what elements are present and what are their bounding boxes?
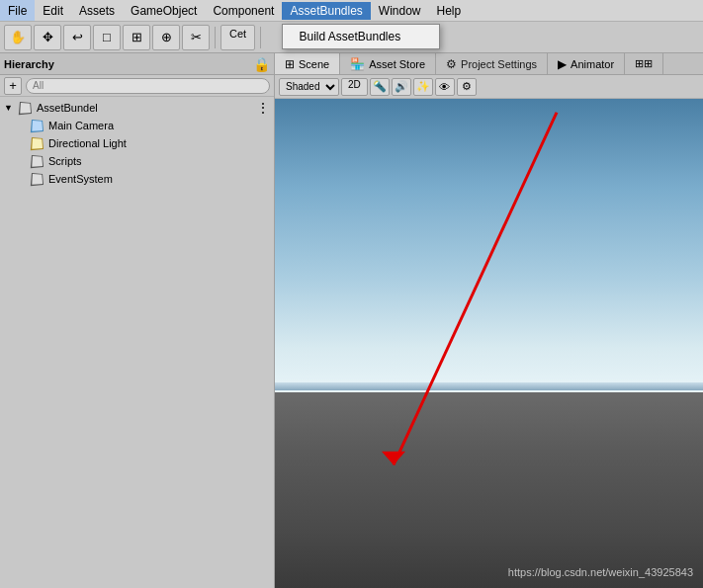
scene-toolbar: Shaded 2D 🔦 🔊 ✨ 👁 ⚙ xyxy=(275,75,703,99)
tree-item-directionallight[interactable]: Directional Light xyxy=(0,134,274,152)
toolbar-scale[interactable]: □ xyxy=(93,25,121,50)
cube-icon-camera xyxy=(30,119,45,132)
gizmos-icon[interactable]: ⚙ xyxy=(457,78,477,96)
tab-project-settings-icon: ⚙ xyxy=(446,57,457,71)
cube-icon-light xyxy=(30,136,45,150)
lighting-icon[interactable]: 🔦 xyxy=(370,78,390,96)
toolbar-center[interactable]: Cet xyxy=(220,25,255,50)
toolbar-move[interactable]: ✥ xyxy=(34,25,61,50)
tree-item-eventsystem-label: EventSystem xyxy=(48,173,113,185)
hierarchy-search[interactable] xyxy=(26,78,270,94)
menu-file[interactable]: File xyxy=(0,0,35,21)
tab-project-settings-label: Project Settings xyxy=(461,58,537,70)
assetbundles-dropdown: Build AssetBundles xyxy=(282,24,440,49)
menu-assets[interactable]: Assets xyxy=(71,0,123,21)
tab-animator-label: Animator xyxy=(571,58,614,70)
toolbar-hand[interactable]: ✋ xyxy=(4,25,32,50)
tab-scene-label: Scene xyxy=(299,58,329,70)
menu-assetbundles[interactable]: AssetBundles xyxy=(282,2,370,20)
hierarchy-tab: Hierarchy 🔒 xyxy=(0,53,274,75)
tree-item-root[interactable]: ▼ AssetBundel ⋮ xyxy=(0,99,274,117)
toolbar-sep-2 xyxy=(260,27,261,48)
tab-asset-store-icon: 🏪 xyxy=(350,57,365,71)
tree-item-eventsystem[interactable]: EventSystem xyxy=(0,170,274,188)
tab-extra[interactable]: ⊞⊞ xyxy=(625,53,663,74)
tree-item-maincamera[interactable]: Main Camera xyxy=(0,117,274,134)
menu-gameobject[interactable]: GameObject xyxy=(123,0,205,21)
cube-icon-eventsystem xyxy=(30,172,45,186)
scene-area: ⊞ Scene 🏪 Asset Store ⚙ Project Settings… xyxy=(275,53,703,588)
toolbar-custom[interactable]: ✂ xyxy=(182,25,210,50)
audio-icon[interactable]: 🔊 xyxy=(392,78,411,96)
hierarchy-toolbar: + xyxy=(0,75,274,97)
lock-icon[interactable]: 🔒 xyxy=(253,56,270,72)
tree-item-light-label: Directional Light xyxy=(48,137,127,149)
menu-window[interactable]: Window xyxy=(371,0,429,21)
tree-item-root-menu[interactable]: ⋮ xyxy=(256,100,270,116)
tab-animator[interactable]: ▶ Animator xyxy=(548,53,625,74)
shading-mode-select[interactable]: Shaded xyxy=(279,78,339,96)
toolbar-sep-1 xyxy=(215,27,216,48)
fx-icon[interactable]: ✨ xyxy=(413,78,433,96)
tree-item-camera-label: Main Camera xyxy=(48,120,114,131)
scene-view-icon[interactable]: 👁 xyxy=(435,78,455,96)
ground xyxy=(275,392,703,588)
build-assetbundles-item[interactable]: Build AssetBundles xyxy=(283,25,439,48)
menu-component[interactable]: Component xyxy=(205,0,282,21)
scene-viewport: https://blog.csdn.net/weixin_43925843 xyxy=(275,99,703,588)
tab-asset-store-label: Asset Store xyxy=(369,58,425,70)
tab-asset-store[interactable]: 🏪 Asset Store xyxy=(340,53,436,74)
tab-animator-icon: ▶ xyxy=(558,57,567,71)
tree-item-scripts-label: Scripts xyxy=(48,155,82,167)
hierarchy-add-btn[interactable]: + xyxy=(4,77,22,95)
menu-assetbundles-container: AssetBundles Build AssetBundles xyxy=(282,2,370,20)
hierarchy-title: Hierarchy xyxy=(4,58,253,70)
toolbar-transform[interactable]: ⊕ xyxy=(152,25,180,50)
watermark: https://blog.csdn.net/weixin_43925843 xyxy=(508,566,693,578)
tree-item-root-label: AssetBundel xyxy=(37,102,98,114)
toolbar-rect[interactable]: ⊞ xyxy=(123,25,150,50)
tab-project-settings[interactable]: ⚙ Project Settings xyxy=(436,53,548,74)
cube-icon-scripts xyxy=(30,154,45,168)
main-layout: Hierarchy 🔒 + ▼ AssetBundel ⋮ Main Camer… xyxy=(0,53,703,588)
tree-item-scripts[interactable]: Scripts xyxy=(0,152,274,170)
menu-edit[interactable]: Edit xyxy=(35,0,71,21)
2d-btn[interactable]: 2D xyxy=(341,78,368,96)
tab-extra-label: ⊞⊞ xyxy=(635,57,653,70)
scene-tabs: ⊞ Scene 🏪 Asset Store ⚙ Project Settings… xyxy=(275,53,703,75)
sky xyxy=(275,99,703,392)
menu-bar: File Edit Assets GameObject Component As… xyxy=(0,0,703,22)
horizon xyxy=(275,382,703,390)
expand-icon-root: ▼ xyxy=(4,103,18,113)
hierarchy-tab-icons: 🔒 xyxy=(253,56,270,72)
hierarchy-panel: Hierarchy 🔒 + ▼ AssetBundel ⋮ Main Camer… xyxy=(0,53,275,588)
hierarchy-tree: ▼ AssetBundel ⋮ Main Camera Directional … xyxy=(0,97,274,588)
menu-help[interactable]: Help xyxy=(429,0,470,21)
tab-scene[interactable]: ⊞ Scene xyxy=(275,53,340,74)
cube-icon-root xyxy=(18,101,34,115)
toolbar-rotate[interactable]: ↩ xyxy=(63,25,91,50)
scene-tab-scene-icon: ⊞ xyxy=(285,57,295,71)
